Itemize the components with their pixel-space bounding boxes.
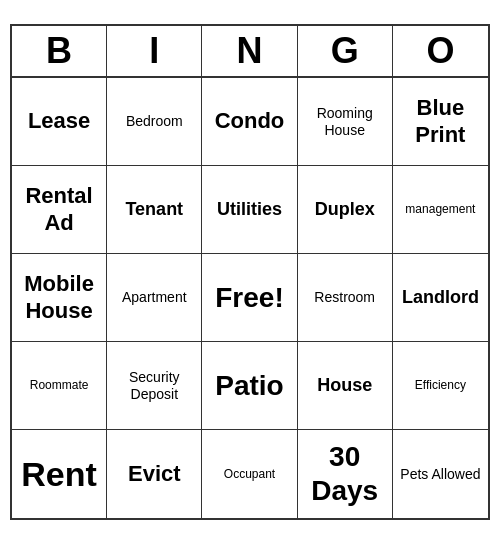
bingo-cell: Pets Allowed xyxy=(393,430,488,518)
cell-label: Security Deposit xyxy=(111,369,197,403)
cell-label: Bedroom xyxy=(126,113,183,130)
header-letter: G xyxy=(298,26,393,76)
cell-label: Condo xyxy=(215,108,285,134)
cell-label: Efficiency xyxy=(415,378,466,392)
bingo-card: BINGO LeaseBedroomCondoRooming HouseBlue… xyxy=(10,24,490,520)
cell-label: Evict xyxy=(128,461,181,487)
bingo-cell: Utilities xyxy=(202,166,297,254)
cell-label: Roommate xyxy=(30,378,89,392)
cell-label: Free! xyxy=(215,281,283,315)
cell-label: management xyxy=(405,202,475,216)
cell-label: Restroom xyxy=(314,289,375,306)
cell-label: Rent xyxy=(21,454,97,495)
cell-label: House xyxy=(317,375,372,397)
bingo-cell: Occupant xyxy=(202,430,297,518)
bingo-cell: Restroom xyxy=(298,254,393,342)
bingo-cell: management xyxy=(393,166,488,254)
header-letter: B xyxy=(12,26,107,76)
cell-label: Rooming House xyxy=(302,105,388,139)
bingo-cell: Evict xyxy=(107,430,202,518)
cell-label: Apartment xyxy=(122,289,187,306)
cell-label: Rental Ad xyxy=(16,183,102,236)
cell-label: Tenant xyxy=(125,199,183,221)
bingo-cell: Free! xyxy=(202,254,297,342)
cell-label: Duplex xyxy=(315,199,375,221)
bingo-cell: Rooming House xyxy=(298,78,393,166)
bingo-cell: 30 Days xyxy=(298,430,393,518)
bingo-cell: Condo xyxy=(202,78,297,166)
cell-label: Patio xyxy=(215,369,283,403)
bingo-cell: Security Deposit xyxy=(107,342,202,430)
cell-label: Lease xyxy=(28,108,90,134)
bingo-cell: Duplex xyxy=(298,166,393,254)
header-letter: N xyxy=(202,26,297,76)
bingo-cell: House xyxy=(298,342,393,430)
cell-label: 30 Days xyxy=(302,440,388,507)
cell-label: Mobile House xyxy=(16,271,102,324)
bingo-cell: Lease xyxy=(12,78,107,166)
bingo-header: BINGO xyxy=(12,26,488,78)
bingo-cell: Tenant xyxy=(107,166,202,254)
bingo-cell: Blue Print xyxy=(393,78,488,166)
bingo-cell: Rental Ad xyxy=(12,166,107,254)
bingo-cell: Efficiency xyxy=(393,342,488,430)
bingo-cell: Mobile House xyxy=(12,254,107,342)
cell-label: Landlord xyxy=(402,287,479,309)
bingo-cell: Apartment xyxy=(107,254,202,342)
cell-label: Occupant xyxy=(224,467,275,481)
bingo-cell: Bedroom xyxy=(107,78,202,166)
bingo-cell: Rent xyxy=(12,430,107,518)
cell-label: Blue Print xyxy=(397,95,484,148)
header-letter: I xyxy=(107,26,202,76)
bingo-cell: Landlord xyxy=(393,254,488,342)
header-letter: O xyxy=(393,26,488,76)
bingo-grid: LeaseBedroomCondoRooming HouseBlue Print… xyxy=(12,78,488,518)
bingo-cell: Roommate xyxy=(12,342,107,430)
cell-label: Utilities xyxy=(217,199,282,221)
bingo-cell: Patio xyxy=(202,342,297,430)
cell-label: Pets Allowed xyxy=(400,466,480,483)
